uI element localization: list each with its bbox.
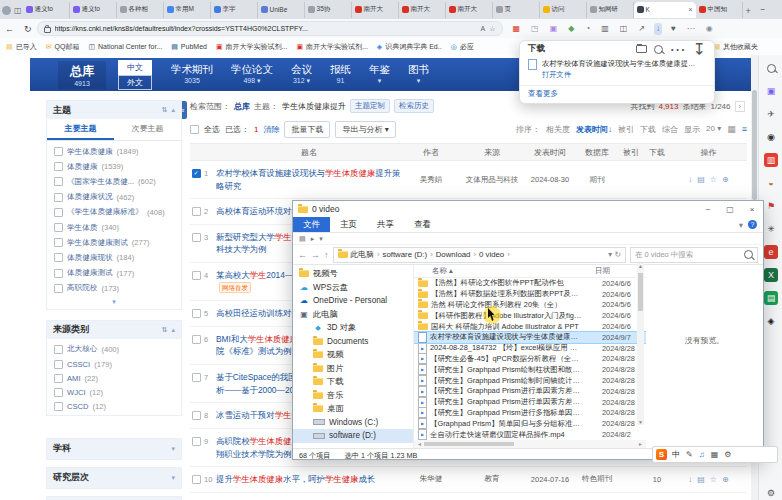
topic-filter-item[interactable]: 体质健康现状 (184) [47, 250, 181, 265]
horizontal-scrollbar[interactable]: ◄ ► [414, 440, 646, 448]
file-row[interactable]: 农村学校体育设施建设现状与学生体质健康提升… 2024/9/7 [414, 332, 646, 343]
lang-en-tab[interactable]: 外文 [118, 75, 152, 90]
download-icon[interactable]: ↓ [688, 175, 692, 184]
toolbar-icon[interactable]: ↗ [636, 23, 647, 35]
file-row[interactable]: 【研究生】Graphpad Prism进行单因素方差分… 2024/8/28 [414, 397, 646, 408]
ime-icon[interactable]: ♫ [699, 450, 705, 459]
search-icon[interactable] [764, 61, 778, 75]
expand-more-button[interactable]: ▾ [47, 297, 181, 309]
scrollbar-thumb[interactable] [752, 90, 757, 200]
toolbar-icon[interactable]: ▥ [599, 23, 611, 35]
browser-tab[interactable]: 35协 × [305, 2, 352, 18]
maximize-button[interactable]: ▢ [775, 0, 782, 19]
close-button[interactable]: × [741, 201, 763, 217]
nav-tree-item[interactable]: Documents [293, 335, 413, 349]
column-header[interactable]: 题名 [216, 147, 402, 158]
nav-tab[interactable]: 图书 ▾ [408, 63, 429, 85]
checkbox[interactable] [54, 253, 63, 262]
browser-tab[interactable]: 李宇 × [211, 2, 258, 18]
browser-tab[interactable]: 南开大 × [446, 2, 493, 18]
nav-tree-item[interactable]: 视频号 [293, 267, 413, 281]
toolbar-icon[interactable]: ⋯ [685, 23, 697, 35]
scroll-right-arrow[interactable]: ► [638, 441, 643, 447]
toolbar-icon[interactable]: ◳ [529, 23, 541, 35]
sort-option[interactable]: 相关度 [546, 124, 570, 135]
sort-option[interactable]: 被引 [618, 124, 634, 135]
row-checkbox[interactable] [192, 233, 201, 242]
sort-icon[interactable]: ⇅ [162, 106, 168, 114]
select-all-label[interactable]: 全选 [204, 124, 220, 135]
toolbar-icon[interactable]: ◫ [618, 23, 630, 35]
open-folder-icon[interactable] [636, 45, 647, 53]
result-source[interactable]: 教育 [460, 474, 524, 484]
minimize-button[interactable]: − [751, 0, 775, 19]
open-file-link[interactable]: 打开文件 [542, 70, 700, 80]
more-options-icon[interactable]: ⋯ [670, 40, 686, 59]
row-checkbox[interactable] [192, 437, 201, 446]
rail-app-icon[interactable]: ✳ [764, 222, 778, 236]
scroll-left-arrow[interactable]: ◄ [417, 441, 422, 447]
toolbar-icon[interactable]: ▣ [548, 23, 560, 35]
column-header[interactable]: 操作 [670, 147, 747, 158]
chevron-down-icon[interactable]: ▾ [171, 474, 175, 482]
download-item[interactable]: 农村学校体育设施建设现状与学生体质健康提升策略研... 打开文件 [520, 57, 714, 82]
refresh-icon[interactable]: ↻ [614, 250, 621, 259]
result-author[interactable]: 朱华健 [402, 474, 460, 484]
collapsed-section-header[interactable]: 研究层次 ▾ [46, 467, 182, 489]
ime-icon[interactable]: ▦ [711, 450, 719, 459]
minimize-button[interactable]: − [697, 201, 719, 217]
read-aloud-icon[interactable]: A [481, 25, 486, 32]
row-checkbox[interactable] [192, 373, 201, 382]
topic-filter-item[interactable]: 学生体质 (340) [47, 220, 181, 235]
chevron-down-icon[interactable]: ▾ [171, 445, 175, 453]
topic-filter-item[interactable]: 体质健康状况 (462) [47, 190, 181, 205]
result-title-link[interactable]: 农村学校体育设施建设现状与学生体质健康提升策略研究 [216, 167, 402, 192]
lang-zh-tab[interactable]: 中文 [118, 60, 152, 75]
rail-app-icon[interactable]: ◉ [764, 130, 778, 144]
row-checkbox[interactable] [192, 475, 201, 484]
source-filter-item[interactable]: WJCI (12) [47, 385, 181, 399]
nav-tree-item[interactable]: 此电脑 [293, 308, 413, 322]
qat-icon[interactable]: ▾ [319, 235, 323, 243]
file-row[interactable]: 【科研作图教程】Adobe Illustrator入门及figur… 2024/… [414, 310, 646, 321]
row-checkbox[interactable] [192, 309, 201, 318]
bookmark-item[interactable]: ▣ 南开大学实验试剂... [216, 42, 287, 52]
back-button[interactable]: ← [5, 24, 14, 34]
toolbar-icon[interactable]: ↓ [654, 23, 662, 35]
browser-tab[interactable]: 常用M × [164, 2, 211, 18]
list-view-icon[interactable]: ≡ [742, 124, 747, 135]
sort-option[interactable]: 发表时间↓ [576, 124, 612, 135]
nav-tab[interactable]: 会议 312 ▾ [291, 63, 312, 85]
file-row[interactable]: 【研究生】Graphpad Prism绘制柱状图和散点图… 2024/8/28 [414, 364, 646, 375]
topic-tab[interactable]: 主要主题 [47, 119, 114, 140]
menu-tab[interactable]: 共享 [367, 217, 404, 232]
rail-app-icon[interactable]: e [764, 245, 778, 259]
browser-tab[interactable]: 各种相 × [117, 2, 164, 18]
breadcrumb-segment[interactable]: 此电脑 [351, 249, 374, 260]
back-button[interactable]: ← [298, 250, 307, 260]
ime-icon[interactable]: 中 [672, 449, 680, 460]
more-actions-icon[interactable]: ⊕ [722, 175, 729, 184]
checkbox[interactable] [54, 284, 63, 293]
sort-icon[interactable]: ⇅ [162, 326, 168, 334]
nav-tab[interactable]: 学位论文 498 ▾ [231, 63, 273, 85]
next-page-button[interactable]: › [735, 101, 746, 112]
browser-tab[interactable]: 页 × [493, 2, 540, 18]
qat-icon[interactable]: ▤ [299, 235, 306, 243]
browser-tab[interactable]: K × [634, 2, 696, 18]
favorite-star-icon[interactable]: ☆ [710, 475, 717, 484]
file-row[interactable]: 【研究生】Graphpad Prism进行单因素方差分… 2024/8/28 [414, 386, 646, 397]
clear-selection-button[interactable]: 清除 [263, 124, 279, 135]
nav-tree-item[interactable]: 下载 [293, 375, 413, 389]
row-checkbox[interactable] [192, 207, 201, 216]
result-author[interactable]: 吴秀娟 [402, 175, 460, 185]
search-downloads-icon[interactable] [654, 45, 663, 54]
file-row[interactable]: 【浩然】科研论文作图软件PPT配动作包 2024/6/6 [414, 278, 646, 289]
url-text[interactable]: https://kns.cnki.net/kns8s/defaultresult… [55, 25, 477, 32]
collapsed-section-header[interactable]: 学科 ▾ [46, 438, 182, 460]
tab-close-icon[interactable]: × [688, 6, 692, 13]
browser-tab[interactable]: 访问 × [540, 2, 587, 18]
source-section-header[interactable]: 来源类别 ⇅▴ [47, 321, 181, 339]
sort-option[interactable]: 综合 [662, 124, 678, 135]
bookmark-item[interactable]: ◈ 识典词典字典 Ed.. [377, 42, 442, 52]
